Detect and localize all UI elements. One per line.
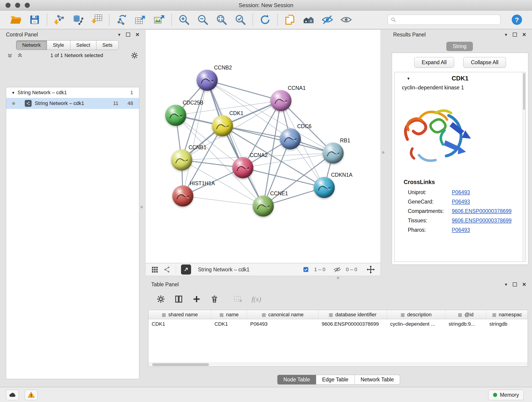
column-header-canonical-name[interactable]: ▦canonical name xyxy=(247,310,318,319)
column-header-namespac[interactable]: ▦namespac xyxy=(486,310,528,319)
tab-sets[interactable]: Sets xyxy=(96,40,119,50)
open-session-button[interactable] xyxy=(8,12,23,27)
add-column-icon[interactable] xyxy=(192,294,201,304)
selected-checkbox-icon[interactable] xyxy=(303,266,309,273)
tab-node-table[interactable]: Node Table xyxy=(277,375,316,385)
expand-all-icon[interactable] xyxy=(17,52,23,58)
search-input[interactable] xyxy=(399,17,497,23)
network-row-selected[interactable]: String Network – cdk1 11 48 xyxy=(6,98,139,109)
toolbar-separator xyxy=(171,13,172,26)
collapse-all-button[interactable]: Collapse All xyxy=(463,57,506,68)
export-image-button[interactable] xyxy=(152,12,167,27)
refresh-view-button[interactable] xyxy=(258,12,272,27)
tab-style[interactable]: Style xyxy=(47,40,70,50)
network-node-RB1[interactable] xyxy=(323,143,344,164)
hidden-eye-slash-icon[interactable] xyxy=(334,266,341,273)
tab-string[interactable]: String xyxy=(446,42,473,51)
grid-view-icon[interactable] xyxy=(151,266,158,273)
open-in-new-button[interactable] xyxy=(181,264,191,274)
table-row[interactable]: CDK1CDK1P064939606.ENSP00000378699cyclin… xyxy=(148,319,528,328)
network-collection-row[interactable]: ▾ String Network – cdk1 1 xyxy=(6,87,139,98)
table-horizontal-scrollbar[interactable] xyxy=(148,362,528,366)
network-node-CCNA1[interactable] xyxy=(270,90,291,111)
table-cell: P06493 xyxy=(247,319,318,328)
show-columns-icon[interactable] xyxy=(174,294,183,304)
tab-network[interactable]: Network xyxy=(16,40,47,50)
expand-all-button[interactable]: Expand All xyxy=(414,57,454,68)
share-view-icon[interactable] xyxy=(163,266,171,273)
hide-selected-button[interactable] xyxy=(320,12,335,27)
network-node-label-RB1: RB1 xyxy=(340,138,350,144)
column-header--id[interactable]: ▦@id xyxy=(445,310,486,319)
import-table-icon xyxy=(91,14,103,26)
delete-column-icon[interactable] xyxy=(210,294,219,304)
panel-float-icon[interactable] xyxy=(513,282,517,287)
column-header-description[interactable]: ▦description xyxy=(387,310,445,319)
results-splitter-handle[interactable] xyxy=(382,151,385,154)
help-button[interactable]: ? xyxy=(510,12,524,27)
protein-card-cdk1: ▾ CDK1 cyclin–dependent kinase 1 xyxy=(394,72,526,262)
pan-crosshair-icon[interactable] xyxy=(366,265,375,274)
gear-icon[interactable] xyxy=(131,51,138,59)
import-table-file-button[interactable] xyxy=(89,12,104,27)
import-network-file-button[interactable] xyxy=(52,12,67,27)
birds-eye-view-button[interactable] xyxy=(301,12,316,27)
panel-menu-icon[interactable]: ▾ xyxy=(118,32,120,37)
export-table-button[interactable] xyxy=(133,12,148,27)
crosslink-value-link[interactable]: P06493 xyxy=(452,227,470,233)
network-node-label-CCNB2: CCNB2 xyxy=(214,65,232,71)
tree-expand-icon[interactable]: ▾ xyxy=(12,90,14,95)
zoom-out-button[interactable] xyxy=(196,12,210,27)
horizontal-splitter-handle[interactable] xyxy=(337,277,339,279)
network-graph[interactable]: CCNB2CCNA1CDC25BCDK1CDC6RB1CCNB1CCNA2CDK… xyxy=(145,29,381,263)
search-input-wrapper[interactable] xyxy=(388,15,500,25)
protein-structure-image xyxy=(394,91,480,173)
network-node-CCNB1[interactable] xyxy=(171,149,192,171)
column-header-shared-name[interactable]: ▦shared name xyxy=(148,310,211,319)
network-node-CCNE1[interactable] xyxy=(253,196,274,217)
save-session-button[interactable] xyxy=(27,12,42,27)
export-network-button[interactable] xyxy=(114,12,129,27)
crosslink-row: Uniprot:P06493 xyxy=(394,188,526,197)
network-node-CDC25B[interactable] xyxy=(165,105,186,126)
vertical-splitter-handle[interactable] xyxy=(140,206,143,208)
crosslink-value-link[interactable]: P06493 xyxy=(452,189,470,196)
network-node-CDK1[interactable] xyxy=(212,115,233,136)
results-scrollbar[interactable] xyxy=(522,72,525,261)
card-collapse-icon[interactable]: ▾ xyxy=(407,76,410,81)
window-titlebar: Session: New Session xyxy=(0,0,532,11)
network-node-HIST1H1A[interactable] xyxy=(172,185,193,206)
network-node-CCNA2[interactable] xyxy=(232,157,253,178)
table-settings-gear-icon[interactable] xyxy=(156,294,165,304)
network-node-CCNB2[interactable] xyxy=(196,70,218,91)
crosslink-value-link[interactable]: P06493 xyxy=(452,199,470,205)
crosslink-value-link[interactable]: 9606.ENSP00000378699 xyxy=(452,217,512,224)
scrollbar-thumb[interactable] xyxy=(152,363,209,366)
panel-close-icon[interactable]: × xyxy=(522,282,526,287)
column-header-name[interactable]: ▦name xyxy=(211,310,247,319)
clone-network-button[interactable] xyxy=(283,12,297,27)
memory-button[interactable]: Memory xyxy=(488,390,524,400)
panel-float-icon[interactable] xyxy=(513,32,517,37)
zoom-in-button[interactable] xyxy=(177,12,191,27)
tab-edge-table[interactable]: Edge Table xyxy=(316,375,355,385)
zoom-fit-button[interactable] xyxy=(214,12,229,27)
import-network-database-button[interactable] xyxy=(71,12,85,27)
collapse-all-icon[interactable] xyxy=(7,52,13,58)
tab-network-table[interactable]: Network Table xyxy=(355,375,400,385)
show-all-button[interactable] xyxy=(339,12,354,27)
zoom-selected-button[interactable] xyxy=(233,12,248,27)
cloud-status-button[interactable] xyxy=(6,390,19,400)
copy-documents-icon xyxy=(284,14,296,26)
panel-close-icon[interactable]: × xyxy=(522,32,526,37)
column-header-database-identifier[interactable]: ▦database identifier xyxy=(318,310,387,319)
panel-menu-icon[interactable]: ▾ xyxy=(505,32,507,37)
network-node-CDC6[interactable] xyxy=(280,128,301,149)
panel-close-icon[interactable]: × xyxy=(136,32,139,37)
warnings-button[interactable] xyxy=(25,390,38,400)
crosslink-value-link[interactable]: 9606.ENSP00000378699 xyxy=(452,208,512,214)
network-node-CDKN1A[interactable] xyxy=(314,177,335,198)
tab-select[interactable]: Select xyxy=(70,40,96,50)
panel-float-icon[interactable] xyxy=(126,32,130,37)
panel-menu-icon[interactable]: ▾ xyxy=(505,282,507,287)
